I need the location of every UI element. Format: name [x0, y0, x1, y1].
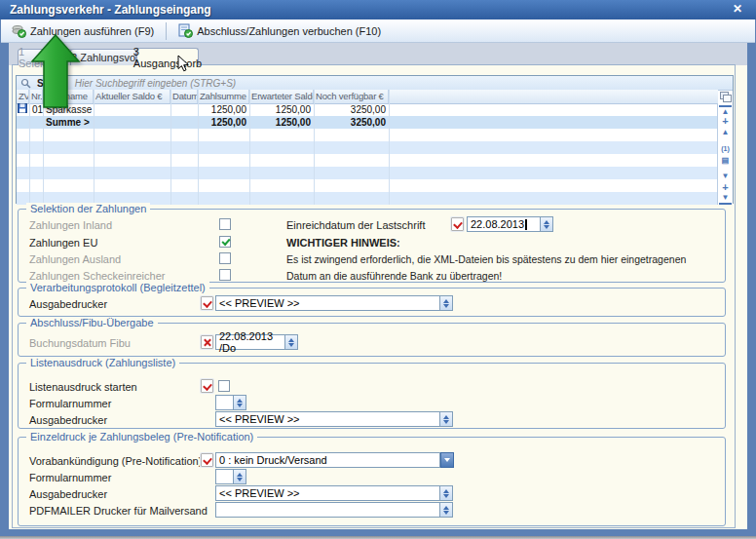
cell-datum — [170, 103, 198, 116]
column-chooser-icon[interactable] — [720, 92, 731, 101]
tab-selektion[interactable]: 1 Selektion — [18, 49, 72, 65]
summary-zahlsumme: 1250,00 — [198, 116, 249, 129]
ausgabedrucker-combo-3[interactable]: << PREVIEW >> — [215, 485, 440, 501]
label-zahlungen-ausland: Zahlungen Ausland — [29, 253, 121, 265]
summary-row: Summe > 1250,00 1250,00 3250,00 — [17, 116, 718, 129]
listdruck-confirm-icon[interactable] — [201, 379, 213, 393]
nav-add-icon[interactable]: + — [719, 116, 732, 127]
ausgabedrucker-value-2: << PREVIEW >> — [219, 413, 300, 425]
formularnummer-input-1[interactable] — [215, 395, 234, 410]
book-payments-label: Abschluss/Zahlungen verbuchen (F10) — [197, 25, 381, 37]
vorabankuendigung-combo[interactable]: 0 : kein Druck/Versand — [215, 452, 440, 468]
label-listenausdruck-starten: Listenausdruck starten — [29, 381, 137, 393]
window-border-bottom — [0, 529, 756, 536]
buchungsdatum-input[interactable]: 22.08.2013 /Do — [215, 334, 285, 350]
grid-empty-row — [17, 141, 733, 154]
col-bankname[interactable]: Bankname — [43, 90, 94, 103]
close-icon[interactable]: ✕ — [729, 2, 746, 17]
pdfmailer-combo[interactable] — [215, 502, 440, 518]
hinweis-line2: Datum an die ausführende Bank zu übertra… — [286, 270, 502, 282]
vorabankuendigung-dropdown-icon[interactable] — [440, 452, 454, 468]
pdfmailer-spinner[interactable] — [440, 502, 453, 518]
label-einreichdatum: Einreichdatum der Lastschrift — [286, 219, 425, 231]
checkbox-listenausdruck[interactable] — [218, 380, 230, 392]
execute-payments-button[interactable]: Zahlungen ausführen (F9) — [7, 21, 159, 41]
col-zv[interactable]: ZV — [17, 90, 29, 103]
ausgabedrucker-spinner-2[interactable] — [440, 411, 453, 427]
label-ausgabedrucker-3: Ausgabedrucker — [29, 488, 107, 500]
disk-icon — [18, 103, 27, 113]
title-bar: Zahlungsverkehr - Zahlungseingang ✕ — [0, 0, 756, 19]
vorabankuendigung-value: 0 : kein Druck/Versand — [219, 454, 327, 466]
col-filler — [389, 90, 718, 103]
grid-empty-row — [17, 154, 733, 167]
einreichdatum-spinner[interactable] — [541, 216, 553, 232]
tab-selektion-label: 1 Selektion — [19, 46, 71, 69]
grid-line — [94, 90, 94, 205]
printer-confirm-icon[interactable] — [201, 296, 213, 310]
cell-zahlsumme: 1250,00 — [198, 103, 249, 116]
col-datum[interactable]: Datum — [170, 90, 198, 103]
buchungsdatum-spinner[interactable] — [285, 334, 298, 350]
checkbox-zahlungen-scheck[interactable] — [219, 269, 231, 281]
einreichdatum-value: 22.08.2013 — [471, 218, 524, 230]
buchungsdatum-value: 22.08.2013 /Do — [219, 330, 282, 354]
grid-line — [314, 90, 315, 205]
checkbox-zahlungen-eu[interactable] — [219, 236, 231, 248]
grid-line — [43, 90, 44, 205]
label-zahlungen-inland: Zahlungen Inland — [29, 219, 112, 231]
cell-nr: 01 — [29, 103, 43, 116]
col-zahlsumme[interactable]: Zahlsumme € — [198, 90, 249, 103]
tab-zahlungsvorschlag[interactable]: 2 Zahlungsvorschlag — [70, 49, 136, 65]
nav-bookmark-icon[interactable]: ▤ — [719, 155, 732, 167]
formularnummer-input-2[interactable] — [215, 469, 234, 484]
cell-bankname: Sparkasse — [43, 103, 94, 116]
date-confirm-icon[interactable] — [451, 217, 464, 231]
document-check-icon — [178, 23, 193, 38]
grid-line — [170, 90, 171, 205]
tab-ausgangskorb[interactable]: 3 Ausgangskorb — [136, 48, 199, 65]
grid-empty-row — [17, 167, 733, 179]
checkbox-zahlungen-ausland[interactable] — [219, 252, 231, 264]
nav-prev-icon[interactable]: ▲ — [719, 127, 732, 138]
checkbox-zahlungen-inland[interactable] — [219, 218, 231, 230]
label-formularnummer-2: Formularnummer — [29, 472, 111, 483]
formularnummer-spinner-2[interactable] — [234, 469, 246, 484]
cell-noch-verfuegbar: 3250,00 — [314, 103, 389, 116]
formularnummer-spinner-1[interactable] — [234, 395, 246, 410]
payments-grid: Su Hier Suchbegriff eingeben (STRG+S) ZV… — [16, 75, 734, 204]
label-zahlungen-scheck: Zahlungen Scheckeinreicher — [29, 270, 165, 282]
ausgabedrucker-spinner-1[interactable] — [440, 295, 453, 311]
table-row-sparkasse[interactable]: 01 Sparkasse 1250,00 1250,00 3250,00 — [17, 103, 718, 116]
nav-current-record: (1) — [719, 143, 732, 155]
group-einzeldruck-title: Einzeldruck je Zahlungsbeleg (Pre-Notifi… — [26, 431, 257, 443]
label-ausgabedrucker-2: Ausgabedrucker — [29, 414, 107, 426]
window-title: Zahlungsverkehr - Zahlungseingang — [0, 3, 211, 17]
label-pdfmailer: PDFMAILER Drucker für Mailversand — [29, 505, 208, 517]
ausgabedrucker-value-1: << PREVIEW >> — [219, 297, 300, 309]
group-abschluss-title: Abschluss/Fibu-Übergabe — [26, 317, 158, 328]
nav-add2-icon[interactable]: + — [719, 182, 732, 193]
col-erwarteter-saldo[interactable]: Erwarteter Saldo € — [249, 90, 314, 103]
grid-search-row[interactable]: Su Hier Suchbegriff eingeben (STRG+S) — [17, 76, 733, 91]
grid-line — [249, 90, 250, 205]
ausgabedrucker-combo-2[interactable]: << PREVIEW >> — [215, 411, 440, 427]
date-cancel-icon[interactable] — [201, 335, 213, 349]
nav-last-icon[interactable]: ▼ — [719, 193, 732, 205]
grid-empty-row — [17, 129, 733, 141]
execute-payments-label: Zahlungen ausführen (F9) — [30, 25, 154, 37]
ausgabedrucker-spinner-3[interactable] — [440, 485, 453, 501]
grid-line — [29, 90, 30, 205]
einreichdatum-input[interactable]: 22.08.2013 — [467, 216, 541, 232]
vorab-confirm-icon[interactable] — [201, 453, 213, 467]
grid-header-row[interactable]: ZV Nr. Bankname Aktueller Saldo € Datum … — [17, 90, 718, 104]
col-aktueller-saldo[interactable]: Aktueller Saldo € — [94, 90, 170, 103]
ausgabedrucker-combo-1[interactable]: << PREVIEW >> — [215, 295, 440, 311]
summary-label: Summe > — [43, 116, 94, 129]
grid-empty-row — [17, 179, 733, 192]
col-nr[interactable]: Nr. — [29, 90, 43, 103]
col-noch-verfuegbar[interactable]: Noch verfügbar € — [314, 90, 389, 103]
book-payments-button[interactable]: Abschluss/Zahlungen verbuchen (F10) — [173, 21, 386, 41]
search-icon — [20, 78, 31, 89]
label-zahlungen-eu: Zahlungen EU — [29, 237, 97, 249]
